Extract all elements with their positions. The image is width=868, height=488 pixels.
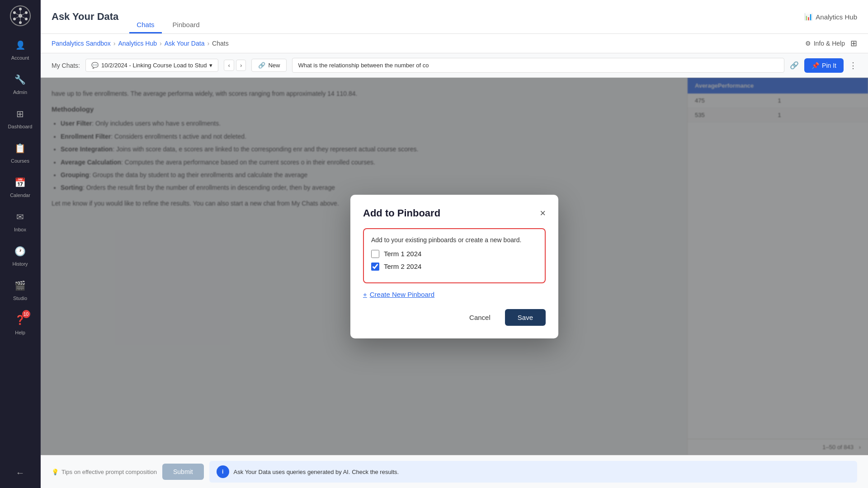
ai-notice-text: Ask Your Data uses queries generated by … [234, 469, 399, 475]
ai-notice: i Ask Your Data uses queries generated b… [209, 461, 857, 483]
pinboard-term1-item[interactable]: Term 1 2024 [371, 250, 538, 258]
new-chat-icon: 🔗 [258, 62, 265, 69]
chat-selector[interactable]: 💬 10/2/2024 - Linking Course Load to Stu… [85, 59, 218, 72]
pinboard-description: Add to your existing pinboards or create… [371, 236, 538, 244]
question-preview: What is the relationship between the num… [292, 58, 784, 73]
sidebar-item-history[interactable]: 🕐 History [0, 238, 40, 272]
sidebar-item-inbox[interactable]: ✉ Inbox [0, 203, 40, 238]
admin-icon: 🔧 [12, 71, 28, 88]
create-new-icon: + [363, 291, 367, 298]
sidebar: 👤 Account 🔧 Admin ⊞ Dashboard 📋 Courses … [0, 0, 41, 488]
sidebar-item-account[interactable]: 👤 Account [0, 32, 40, 66]
content-area: have up to five enrollments. The average… [41, 78, 868, 455]
bottom-bar: 💡 Tips on effective prompt composition S… [41, 455, 868, 488]
sidebar-item-help[interactable]: ❓ 10 Help [0, 306, 40, 341]
tip-text: Tips on effective prompt composition [61, 469, 157, 475]
sidebar-item-studio[interactable]: 🎬 Studio [0, 272, 40, 306]
my-chats-label: My Chats: [52, 62, 80, 69]
link-icon: 🔗 [790, 61, 799, 70]
analytics-hub-label: Analytics Hub [816, 13, 857, 21]
modal-close-button[interactable]: × [540, 208, 546, 218]
analytics-hub-button[interactable]: 📊 Analytics Hub [804, 13, 857, 21]
chat-selector-chevron: ▾ [209, 62, 212, 69]
save-button[interactable]: Save [505, 309, 546, 326]
breadcrumb-bar: Pandalytics Sandbox › Analytics Hub › As… [41, 34, 868, 53]
sidebar-bottom: ← [0, 462, 40, 483]
breadcrumb-analytics-hub[interactable]: Analytics Hub [118, 40, 157, 47]
page-header: Ask Your Data Chats Pinboard 📊 Analytics… [41, 0, 868, 34]
chat-navigation: ‹ › [224, 60, 246, 71]
sidebar-item-dashboard[interactable]: ⊞ Dashboard [0, 100, 40, 135]
breadcrumb-chats: Chats [212, 40, 229, 47]
info-help-label: Info & Help [814, 40, 845, 47]
pinboard-list: Add to your existing pinboards or create… [363, 228, 546, 283]
breadcrumb: Pandalytics Sandbox › Analytics Hub › As… [52, 40, 229, 47]
app-logo[interactable] [9, 5, 32, 27]
sidebar-label-calendar: Calendar [10, 192, 30, 198]
grid-view-icon[interactable]: ⊞ [850, 38, 857, 48]
header-right: 📊 Analytics Hub [804, 13, 857, 21]
page-title: Ask Your Data [52, 11, 118, 23]
modal-title: Add to Pinboard [363, 207, 440, 219]
chat-bar: My Chats: 💬 10/2/2024 - Linking Course L… [41, 53, 868, 78]
svg-line-9 [20, 13, 26, 16]
pin-it-button[interactable]: 📌 Pin It [804, 58, 844, 73]
tab-chats[interactable]: Chats [129, 17, 161, 33]
account-icon: 👤 [12, 37, 28, 53]
sidebar-label-history: History [12, 261, 28, 267]
prev-chat-button[interactable]: ‹ [224, 60, 234, 71]
inbox-icon: ✉ [12, 209, 28, 225]
sidebar-item-admin[interactable]: 🔧 Admin [0, 66, 40, 100]
sidebar-label-dashboard: Dashboard [8, 124, 33, 129]
svg-line-10 [20, 16, 26, 19]
new-chat-label: New [268, 62, 280, 69]
analytics-hub-icon: 📊 [804, 13, 813, 21]
modal-header: Add to Pinboard × [363, 207, 546, 219]
sidebar-label-admin: Admin [13, 89, 27, 95]
header-tabs: Chats Pinboard [129, 0, 207, 33]
dashboard-icon: ⊞ [12, 106, 28, 122]
studio-icon: 🎬 [12, 277, 28, 294]
pinboard-term2-checkbox[interactable] [371, 263, 379, 271]
collapse-button[interactable]: ← [10, 462, 30, 483]
sidebar-label-inbox: Inbox [14, 227, 26, 232]
modal-overlay: Add to Pinboard × Add to your existing p… [41, 78, 868, 455]
sidebar-label-account: Account [11, 55, 29, 61]
create-new-label: Create New Pinboard [370, 291, 434, 298]
help-icon-wrapper: ❓ 10 [12, 312, 28, 328]
calendar-icon: 📅 [12, 174, 28, 191]
cancel-button[interactable]: Cancel [460, 309, 500, 326]
lightbulb-icon: 💡 [52, 469, 59, 475]
info-help-button[interactable]: ⚙ Info & Help [805, 40, 845, 47]
pinboard-term2-item[interactable]: Term 2 2024 [371, 263, 538, 271]
sidebar-label-studio: Studio [13, 296, 27, 301]
breadcrumb-sandbox[interactable]: Pandalytics Sandbox [52, 40, 111, 47]
svg-line-12 [14, 16, 20, 19]
sidebar-label-help: Help [15, 330, 25, 335]
breadcrumb-ask-your-data[interactable]: Ask Your Data [165, 40, 205, 47]
pinboard-term1-label: Term 1 2024 [384, 250, 421, 258]
tab-pinboard[interactable]: Pinboard [165, 17, 207, 33]
breadcrumb-sep-3: › [207, 40, 209, 47]
submit-button[interactable]: Submit [162, 464, 204, 480]
more-options-button[interactable]: ⋮ [849, 61, 857, 70]
help-badge: 10 [22, 310, 30, 318]
ai-icon: i [217, 465, 229, 478]
pin-it-label: Pin It [822, 62, 836, 69]
breadcrumb-right: ⚙ Info & Help ⊞ [805, 38, 857, 48]
pinboard-term1-checkbox[interactable] [371, 250, 379, 258]
sidebar-label-courses: Courses [11, 158, 29, 164]
svg-line-13 [14, 13, 20, 16]
sidebar-item-calendar[interactable]: 📅 Calendar [0, 169, 40, 203]
breadcrumb-sep-1: › [113, 40, 116, 47]
prompt-tip: 💡 Tips on effective prompt composition [52, 469, 157, 475]
breadcrumb-sep-2: › [160, 40, 162, 47]
sidebar-item-courses[interactable]: 📋 Courses [0, 135, 40, 169]
courses-icon: 📋 [12, 140, 28, 156]
main-area: Ask Your Data Chats Pinboard 📊 Analytics… [41, 0, 868, 488]
create-new-pinboard-link[interactable]: + Create New Pinboard [363, 291, 546, 298]
new-chat-button[interactable]: 🔗 New [251, 59, 287, 72]
chat-name: 10/2/2024 - Linking Course Load to Stud [101, 62, 207, 69]
pin-icon: 📌 [811, 62, 819, 69]
next-chat-button[interactable]: › [236, 60, 246, 71]
